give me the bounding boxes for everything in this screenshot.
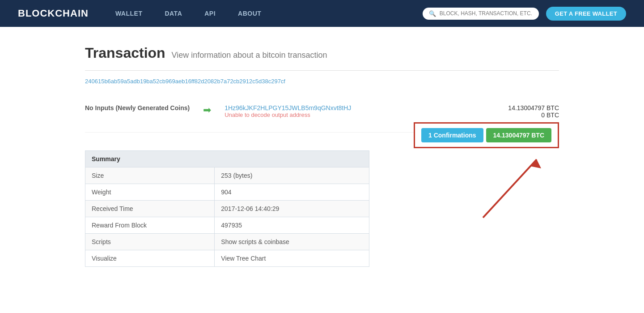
svg-line-0	[483, 159, 537, 218]
transaction-row: No Inputs (Newly Generated Coins) ➡ 1Hz9…	[85, 95, 559, 133]
tx-amount-1: 14.13004797 BTC	[508, 104, 559, 111]
get-wallet-button[interactable]: GET A FREE WALLET	[546, 7, 626, 21]
row-label-received: Received Time	[85, 201, 215, 217]
row-label-block: Reward From Block	[85, 217, 215, 234]
nav-data[interactable]: DATA	[165, 10, 182, 17]
table-row: Received Time 2017-12-06 14:40:29	[85, 201, 369, 217]
search-input[interactable]	[440, 10, 533, 17]
btc-total-button[interactable]: 14.13004797 BTC	[486, 128, 551, 142]
summary-body: Size 253 (bytes) Weight 904 Received Tim…	[85, 167, 369, 267]
table-row: Scripts Show scripts & coinbase	[85, 234, 369, 250]
tx-output-error: Unable to decode output address	[225, 111, 508, 118]
confirmation-area: 1 Confirmations 14.13004797 BTC	[414, 122, 559, 148]
site-logo[interactable]: BLOCKCHAIN	[18, 8, 89, 19]
nav-wallet[interactable]: WALLET	[115, 10, 143, 17]
nav-about[interactable]: ABOUT	[238, 10, 261, 17]
row-value-weight: 904	[215, 184, 369, 201]
summary-header: Summary	[85, 151, 369, 167]
table-row: Weight 904	[85, 184, 369, 201]
table-row: Reward From Block 497935	[85, 217, 369, 234]
tx-hash[interactable]: 240615b6ab59a5adb19ba52cb969aeb16ff82d20…	[85, 70, 559, 85]
tx-amount-2: 0 BTC	[508, 111, 559, 119]
row-label-size: Size	[85, 167, 215, 184]
page-title: Transaction	[85, 45, 165, 61]
tx-outputs: 1Hz96kJKF2HLPGY15JWLB5m9qGNxvt8tHJ Unabl…	[225, 104, 508, 118]
table-row: Visualize View Tree Chart	[85, 250, 369, 267]
main-content: Transaction View information about a bit…	[76, 27, 568, 285]
table-row: Size 253 (bytes)	[85, 167, 369, 184]
summary-table: Summary Size 253 (bytes) Weight 904 Rece…	[85, 150, 369, 267]
search-icon: 🔍	[429, 10, 436, 17]
page-header: Transaction View information about a bit…	[85, 45, 559, 61]
row-value-scripts[interactable]: Show scripts & coinbase	[215, 234, 369, 250]
nav-api[interactable]: API	[204, 10, 216, 17]
confirmations-button[interactable]: 1 Confirmations	[421, 128, 483, 142]
row-value-size: 253 (bytes)	[215, 167, 369, 184]
tx-output-address[interactable]: 1Hz96kJKF2HLPGY15JWLB5m9qGNxvt8tHJ	[225, 104, 508, 111]
svg-marker-1	[530, 159, 541, 168]
page-subtitle: View information about a bitcoin transac…	[172, 51, 327, 60]
navbar: BLOCKCHAIN WALLET DATA API ABOUT 🔍 GET A…	[0, 0, 644, 27]
row-label-scripts: Scripts	[85, 234, 215, 250]
row-label-weight: Weight	[85, 184, 215, 201]
nav-links: WALLET DATA API ABOUT	[115, 10, 423, 17]
tx-amounts: 14.13004797 BTC 0 BTC	[508, 104, 559, 119]
nav-right: 🔍 GET A FREE WALLET	[423, 7, 626, 21]
view-tree-chart-link[interactable]: View Tree Chart	[215, 250, 369, 267]
row-value-received: 2017-12-06 14:40:29	[215, 201, 369, 217]
search-box[interactable]: 🔍	[423, 8, 539, 20]
row-value-block[interactable]: 497935	[215, 217, 369, 234]
row-label-visualize: Visualize	[85, 250, 215, 267]
tx-arrow-icon: ➡	[203, 104, 211, 116]
tx-inputs-label: No Inputs (Newly Generated Coins)	[85, 104, 190, 111]
